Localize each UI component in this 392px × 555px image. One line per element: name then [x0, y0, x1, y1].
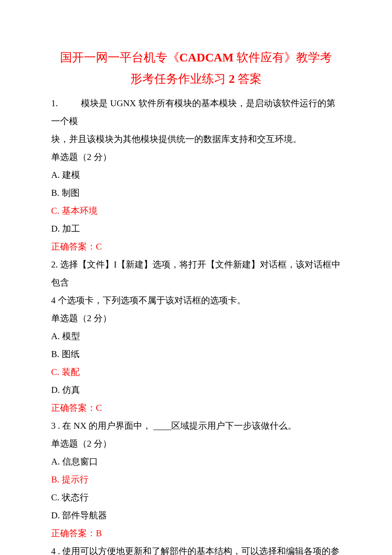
- title-latin: CADCAM: [179, 51, 234, 64]
- q3-option-c: C. 状态行: [51, 488, 341, 506]
- q2-stem-line2: 4 个选项卡，下列选项不属于该对话框的选项卡。: [51, 291, 341, 309]
- q3-option-d: D. 部件导航器: [51, 506, 341, 524]
- q1-stem-line1: 1.模块是 UGNX 软件所有模块的基本模块，是启动该软件运行的第一个模: [51, 94, 341, 130]
- q3-option-a: A. 信息窗口: [51, 453, 341, 471]
- q3-meta: 单选题（2 分）: [51, 435, 341, 453]
- q1-answer: 正确答案：C: [51, 238, 341, 256]
- title-line2a: 形考任务作业练习: [130, 72, 229, 85]
- q2-option-b: B. 图纸: [51, 345, 341, 363]
- q3-option-b: B. 提示行: [51, 471, 341, 488]
- q2-option-c: C. 装配: [51, 363, 341, 381]
- q1-text1: 模块是 UGNX 软件所有模块的基本模块，是启动该软件运行的第一个模: [51, 98, 335, 126]
- title-line2b: 答案: [235, 72, 262, 85]
- document-title: 国开一网一平台机专《CADCAM 软件应有》教学考 形考任务作业练习 2 答案: [51, 47, 341, 90]
- q2-meta: 单选题（2 分）: [51, 309, 341, 327]
- title-line1: 国开一网一平台机专《CADCAM 软件应有》教学考: [60, 51, 332, 64]
- q1-option-c: C. 基本环境: [51, 202, 341, 220]
- q2-answer: 正确答案：C: [51, 399, 341, 417]
- q1-meta: 单选题（2 分）: [51, 148, 341, 166]
- title-digit: 2: [229, 72, 235, 85]
- q1-stem-line2: 块，并且该模块为其他模块提供统一的数据库支持和交互环境。: [51, 130, 341, 148]
- title-line2: 形考任务作业练习 2 答案: [130, 72, 262, 85]
- document-page: 国开一网一平台机专《CADCAM 软件应有》教学考 形考任务作业练习 2 答案 …: [0, 0, 392, 555]
- q1-option-a: A. 建模: [51, 166, 341, 184]
- q2-stem-line1: 2. 选择【文件】I【新建】选项，将打开【文件新建】对话框，该对话框中包含: [51, 256, 341, 291]
- q1-option-b: B. 制图: [51, 184, 341, 202]
- q4-stem-line1: 4 . 使用可以方便地更新和了解部件的基本结构，可以选择和编辑各项的参: [51, 542, 341, 555]
- q2-option-a: A. 模型: [51, 327, 341, 345]
- title-pre: 国开一网一平台机专《: [60, 51, 179, 64]
- q1-number: 1.: [51, 98, 58, 108]
- q3-answer: 正确答案：B: [51, 524, 341, 542]
- q3-stem-line1: 3 . 在 NX 的用户界面中， ____区域提示用户下一步该做什么。: [51, 417, 341, 435]
- q1-option-d: D. 加工: [51, 220, 341, 238]
- q2-option-d: D. 仿真: [51, 381, 341, 399]
- title-mid: 软件应有》教学考: [233, 51, 332, 64]
